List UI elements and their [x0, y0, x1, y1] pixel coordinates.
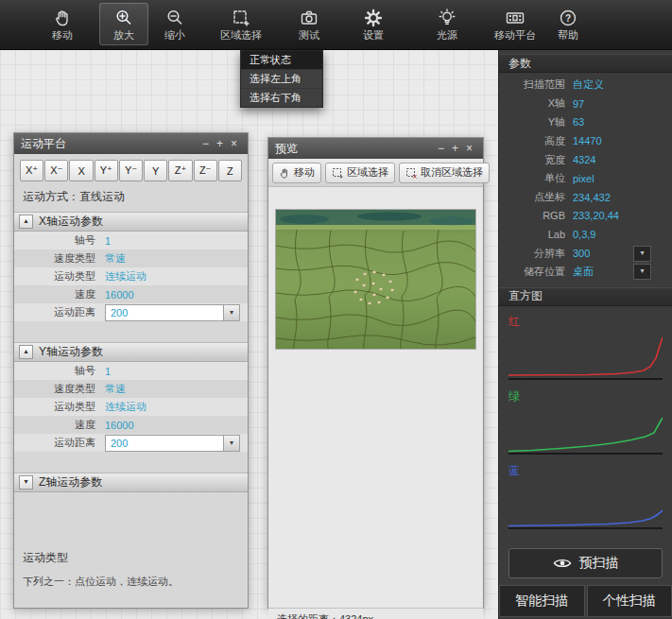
preview-image[interactable] — [275, 209, 476, 350]
selected-distance-text: 选择的距离：4324px — [277, 612, 373, 619]
axis-button-x-plus[interactable]: X⁺ — [20, 160, 43, 181]
param-value: 桌面 — [573, 265, 594, 279]
parameters-header: 参数 — [499, 54, 672, 73]
collapse-icon[interactable]: ▴ — [19, 345, 33, 359]
smart-scan-button[interactable]: 智能扫描 — [499, 585, 585, 617]
eye-icon — [553, 557, 572, 570]
maximize-icon[interactable]: + — [213, 133, 227, 154]
toolbar-item-move[interactable]: 移动 — [38, 3, 87, 45]
axis-button-y-plus[interactable]: Y⁺ — [95, 160, 118, 181]
axis-button-x[interactable]: X — [69, 160, 93, 181]
row-label: 速度类型 — [22, 251, 95, 266]
region-select-dropdown: 正常状态 选择左上角 选择右下角 — [240, 50, 323, 108]
row-value: 16000 — [105, 420, 134, 431]
custom-scan-button[interactable]: 个性扫描 — [587, 585, 672, 617]
button-label: 取消区域选择 — [421, 165, 483, 180]
axis-button-y[interactable]: Y — [144, 160, 167, 181]
toolbar-item-label: 光源 — [437, 30, 457, 41]
param-label: 高度 — [499, 134, 565, 148]
axis-button-y-minus[interactable]: Y⁻ — [119, 160, 143, 181]
x-axis-params: 轴号 1 速度类型 常速 运动类型 连续运动 速度 16000 运动距离 200… — [14, 232, 248, 321]
minimize-icon[interactable]: − — [198, 133, 213, 154]
preview-window-titlebar[interactable]: 预览 − + × — [268, 138, 483, 159]
chevron-down-icon[interactable]: ▾ — [633, 246, 651, 262]
row-label: 速度 — [22, 287, 95, 301]
section-header-z-axis[interactable]: ▾ Z轴运动参数 — [14, 473, 248, 492]
expand-icon[interactable]: ▾ — [19, 475, 33, 490]
collapse-icon[interactable]: ▴ — [19, 215, 33, 229]
region-select-icon — [332, 167, 343, 179]
param-row: 运动距离 200 ▾ — [14, 434, 248, 452]
param-value: 234,432 — [573, 192, 611, 203]
chevron-down-icon[interactable]: ▾ — [223, 436, 239, 451]
toolbar-item-zoom-in[interactable]: 放大 — [99, 3, 148, 45]
preview-cancel-region-button[interactable]: 取消区域选择 — [399, 163, 490, 183]
param-value: 4324 — [573, 154, 595, 165]
platform-icon — [505, 8, 526, 28]
svg-text:?: ? — [565, 13, 571, 24]
toolbar-item-region-select[interactable]: 区域选择 — [211, 3, 271, 45]
footer-heading: 运动类型 — [23, 550, 239, 566]
param-value: pixel — [573, 173, 594, 184]
row-value: 1 — [105, 235, 111, 247]
toolbar-item-settings[interactable]: 设置 — [349, 3, 398, 45]
menu-item-select-topleft[interactable]: 选择左上角 — [241, 70, 322, 89]
axis-button-x-minus[interactable]: X⁻ — [44, 160, 68, 181]
toolbar-item-zoom-out[interactable]: 缩小 — [150, 3, 199, 45]
menu-item-normal-state[interactable]: 正常状态 — [241, 51, 322, 70]
histogram-header: 直方图 — [499, 287, 672, 306]
minimize-icon[interactable]: − — [434, 138, 448, 159]
section-header-y-axis[interactable]: ▴ Y轴运动参数 — [14, 342, 248, 362]
param-value: 自定义 — [573, 77, 604, 92]
zoom-out-icon — [164, 8, 185, 28]
axis-button-z[interactable]: Z — [218, 160, 242, 181]
toolbar-item-label: 区域选择 — [220, 30, 262, 41]
toolbar-item-light[interactable]: 光源 — [422, 3, 472, 45]
param-value: 63 — [573, 116, 584, 128]
row-label: 速度类型 — [22, 382, 95, 396]
param-value: 300 — [573, 248, 590, 259]
param-row-storage: 储存位置 桌面 ▾ — [499, 263, 672, 282]
row-value: 1 — [105, 366, 111, 377]
preview-region-select-button[interactable]: 区域选择 — [325, 163, 395, 183]
param-row: 宽度 4324 — [499, 150, 672, 169]
maximize-icon[interactable]: + — [448, 138, 462, 159]
param-row: 单位 pixel — [499, 169, 672, 188]
row-label: 运动距离 — [22, 436, 95, 450]
x-distance-combobox[interactable]: 200 ▾ — [105, 304, 240, 321]
hand-icon — [52, 8, 73, 28]
close-icon[interactable]: × — [462, 138, 476, 159]
zoom-in-icon — [113, 8, 134, 28]
preview-move-button[interactable]: 移动 — [272, 163, 321, 183]
toolbar-item-test[interactable]: 测试 — [284, 3, 334, 45]
param-row-resolution: 分辨率 300 ▾ — [499, 244, 672, 263]
prescan-button[interactable]: 预扫描 — [508, 548, 663, 578]
toolbar-item-motion-platform[interactable]: 移动平台 — [485, 3, 545, 45]
combobox-value: 200 — [106, 438, 223, 449]
motion-platform-window: 运动平台 − + × X⁺ X⁻ X Y⁺ Y⁻ Y Z⁺ Z⁻ Z 运动方式：… — [13, 132, 249, 609]
axis-button-z-plus[interactable]: Z⁺ — [168, 160, 192, 181]
section-header-x-axis[interactable]: ▴ X轴运动参数 — [14, 212, 248, 232]
axis-button-z-minus[interactable]: Z⁻ — [194, 160, 217, 181]
y-distance-combobox[interactable]: 200 ▾ — [105, 435, 240, 452]
lightbulb-icon — [437, 8, 457, 28]
blue-histogram — [508, 482, 663, 530]
section-title: Y轴运动参数 — [39, 344, 103, 360]
parameters-panel: 参数 扫描范围 自定义 X轴 97 Y轴 63 高度 14470 宽度 4324 — [498, 49, 672, 619]
motion-footer: 运动类型 下列之一：点位运动，连续运动。 — [14, 550, 248, 589]
preview-status-bar: 选择的距离：4324px — [268, 608, 483, 619]
menu-item-select-bottomright[interactable]: 选择右下角 — [241, 89, 322, 107]
param-value: 14470 — [573, 135, 602, 146]
close-icon[interactable]: × — [227, 133, 241, 154]
row-label: 运动类型 — [22, 400, 95, 414]
param-label: 宽度 — [499, 153, 565, 167]
row-label: 轴号 — [22, 364, 95, 378]
chevron-down-icon[interactable]: ▾ — [223, 305, 239, 320]
motion-window-titlebar[interactable]: 运动平台 − + × — [14, 133, 248, 154]
chevron-down-icon[interactable]: ▾ — [633, 264, 651, 280]
param-row: 速度 16000 — [14, 416, 248, 434]
param-row: 运动类型 连续运动 — [14, 398, 248, 416]
footer-text: 下列之一：点位运动，连续运动。 — [23, 575, 239, 589]
channel-label: 红 — [508, 314, 672, 330]
toolbar-item-help[interactable]: ? 帮助 — [543, 3, 593, 45]
